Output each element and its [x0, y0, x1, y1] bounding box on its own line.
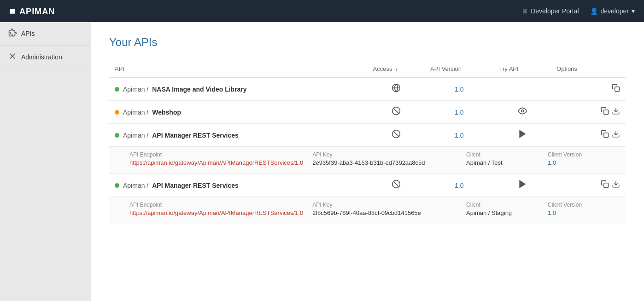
- api-org: Apiman /: [123, 182, 148, 189]
- table-row: Apiman / API Manager REST Services: [109, 174, 626, 197]
- client-version-cell: Client Version 1.0: [548, 151, 620, 166]
- copy-icon[interactable]: [601, 107, 609, 117]
- globe-icon: [392, 85, 401, 94]
- puzzle-icon: [8, 29, 17, 39]
- status-dot-green: [115, 183, 119, 188]
- copy-icon[interactable]: [601, 130, 609, 140]
- col-api-label: API: [115, 65, 124, 72]
- expanded-content: API Endpoint https://apiman.io/gateway/A…: [129, 151, 620, 166]
- download-icon[interactable]: [612, 130, 620, 140]
- api-key-label: API Key: [312, 202, 457, 208]
- download-icon[interactable]: [612, 107, 620, 117]
- api-key-value: 2e935f39-aba3-4153-b31b-ed7392aa8c5d: [312, 159, 457, 166]
- download-icon[interactable]: [612, 180, 620, 191]
- client-label: Client: [466, 151, 539, 158]
- user-menu[interactable]: 👤 developer ▾: [590, 7, 635, 15]
- play-icon[interactable]: [518, 131, 527, 140]
- table-header-row: API Access ↓ API Version Try API Options: [109, 62, 626, 77]
- api-name-cell: Apiman / NASA Image and Video Library: [115, 86, 362, 93]
- api-name-cell: Apiman / API Manager REST Services: [115, 182, 362, 189]
- svg-rect-19: [604, 183, 609, 188]
- sidebar-apis-label: APIs: [21, 30, 35, 37]
- blocked-icon: [392, 181, 401, 191]
- svg-rect-5: [615, 87, 620, 92]
- svg-rect-14: [604, 133, 609, 138]
- table-row: Apiman / Webshop 1.0: [109, 101, 626, 124]
- api-key-label: API Key: [312, 151, 457, 158]
- api-endpoint-value[interactable]: https://apiman.io/gateway/Apiman/APIMana…: [129, 209, 303, 216]
- api-version: 1.0: [455, 86, 463, 93]
- api-name-cell: Apiman / API Manager REST Services: [115, 132, 362, 139]
- logo: ■ APIMAN: [9, 5, 65, 17]
- developer-portal-link[interactable]: 🖥 Developer Portal: [521, 7, 579, 15]
- col-version-label: API Version: [430, 65, 462, 72]
- copy-icon[interactable]: [612, 84, 620, 94]
- api-org: Apiman /: [123, 109, 148, 116]
- client-cell: Client Apiman / Staging: [466, 202, 539, 216]
- client-version-value: 1.0: [548, 159, 620, 166]
- chevron-down-icon: ▾: [632, 7, 635, 15]
- blocked-icon: [392, 131, 401, 140]
- api-name: NASA Image and Video Library: [152, 86, 246, 93]
- user-icon: 👤: [590, 7, 598, 15]
- client-value: Apiman / Test: [466, 159, 539, 166]
- col-header-access[interactable]: Access ↓: [368, 62, 425, 77]
- status-dot-green: [115, 133, 119, 138]
- col-header-try: Try API: [494, 62, 551, 77]
- api-endpoint-label: API Endpoint: [129, 202, 303, 208]
- api-key-value: 2f8c569b-789f-40aa-88cf-09cbd141565e: [312, 209, 457, 216]
- sidebar-item-administration[interactable]: Administration: [0, 46, 91, 69]
- user-label: developer: [601, 7, 629, 15]
- endpoint-cell: API Endpoint https://apiman.io/gateway/A…: [129, 151, 303, 166]
- blocked-icon: [392, 108, 401, 117]
- client-value: Apiman / Staging: [466, 209, 539, 216]
- eye-icon[interactable]: [518, 108, 527, 117]
- client-version-cell: Client Version 1.0: [548, 202, 620, 216]
- logo-svg: APIMAN: [19, 5, 65, 17]
- svg-line-17: [393, 181, 399, 187]
- client-version-value: 1.0: [548, 209, 620, 216]
- page-title: Your APIs: [109, 36, 626, 49]
- client-label: Client: [466, 202, 539, 208]
- client-version-label: Client Version: [548, 202, 620, 208]
- api-version: 1.0: [455, 132, 463, 139]
- col-header-options: Options: [551, 62, 626, 77]
- svg-marker-13: [520, 131, 525, 138]
- play-icon[interactable]: [518, 181, 527, 191]
- api-name: API Manager REST Services: [152, 132, 239, 139]
- status-dot-green: [115, 87, 119, 92]
- logo-puzzle-icon: ■: [9, 5, 16, 17]
- sort-arrow-icon: ↓: [395, 66, 398, 72]
- svg-line-7: [393, 108, 399, 114]
- api-org: Apiman /: [123, 132, 148, 139]
- api-version: 1.0: [455, 109, 463, 116]
- topnav-right: 🖥 Developer Portal 👤 developer ▾: [521, 7, 635, 15]
- col-header-api: API: [109, 62, 368, 77]
- apikey-cell: API Key 2e935f39-aba3-4153-b31b-ed7392aa…: [312, 151, 457, 166]
- expanded-detail-row: API Endpoint https://apiman.io/gateway/A…: [109, 197, 626, 224]
- sidebar: APIs Administration: [0, 22, 91, 301]
- main-content: Your APIs API Access ↓ API Version Try A…: [91, 22, 644, 301]
- endpoint-cell: API Endpoint https://apiman.io/gateway/A…: [129, 202, 303, 216]
- status-dot-orange: [115, 110, 119, 115]
- api-org: Apiman /: [123, 86, 148, 93]
- col-header-version: API Version: [425, 62, 493, 77]
- api-name: API Manager REST Services: [152, 182, 239, 189]
- api-endpoint-label: API Endpoint: [129, 151, 303, 158]
- expanded-content: API Endpoint https://apiman.io/gateway/A…: [129, 202, 620, 216]
- sidebar-admin-label: Administration: [21, 53, 62, 61]
- copy-icon[interactable]: [601, 180, 609, 191]
- client-version-label: Client Version: [548, 151, 620, 158]
- api-endpoint-value[interactable]: https://apiman.io/gateway/Apiman/APIMana…: [129, 159, 303, 166]
- table-row: Apiman / NASA Image and Video Library: [109, 77, 626, 101]
- api-name-cell: Apiman / Webshop: [115, 109, 362, 116]
- admin-icon: [8, 52, 17, 62]
- col-try-label: Try API: [499, 65, 519, 72]
- client-cell: Client Apiman / Test: [466, 151, 539, 166]
- sidebar-item-apis[interactable]: APIs: [0, 22, 91, 46]
- apis-table: API Access ↓ API Version Try API Options: [109, 62, 626, 224]
- svg-marker-18: [520, 181, 525, 188]
- table-row: Apiman / API Manager REST Services: [109, 124, 626, 147]
- expanded-detail-row: API Endpoint https://apiman.io/gateway/A…: [109, 147, 626, 174]
- apikey-cell: API Key 2f8c569b-789f-40aa-88cf-09cbd141…: [312, 202, 457, 216]
